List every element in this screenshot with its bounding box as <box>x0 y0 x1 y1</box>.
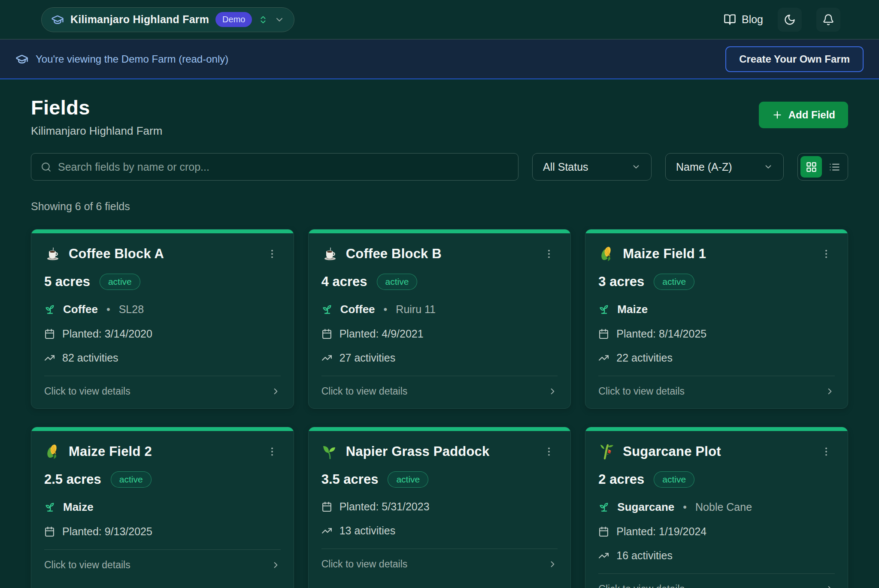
trending-up-icon <box>321 525 332 536</box>
sprout-icon <box>44 501 56 513</box>
card-menu-button[interactable] <box>540 245 558 262</box>
crop-name: Maize <box>617 303 648 316</box>
field-acreage: 3.5 acres <box>321 472 379 487</box>
blog-link[interactable]: Blog <box>724 13 763 26</box>
status-badge: active <box>654 274 694 290</box>
card-menu-button[interactable] <box>264 443 281 460</box>
activities-count: 13 activities <box>339 525 396 537</box>
dot-separator: • <box>384 303 388 316</box>
search-box <box>31 153 518 181</box>
sprout-icon <box>44 304 56 315</box>
planted-date: Planted: 9/13/2025 <box>62 525 152 538</box>
moon-icon <box>784 14 796 26</box>
field-card-maize-field-1[interactable]: Maize Field 1 3 acres active Maize <box>585 229 848 409</box>
field-acreage: 4 acres <box>321 274 367 289</box>
view-details-label: Click to view details <box>321 386 408 397</box>
calendar-icon <box>321 501 332 512</box>
add-field-button[interactable]: Add Field <box>759 102 848 128</box>
trending-up-icon <box>321 353 332 363</box>
card-menu-button[interactable] <box>818 245 835 262</box>
coffee-emoji-icon <box>321 245 339 262</box>
chevron-right-icon <box>825 386 835 396</box>
sprout-icon <box>598 501 610 513</box>
kebab-menu-icon <box>543 446 555 457</box>
planted-date: Planted: 5/31/2023 <box>339 501 430 513</box>
search-icon <box>41 162 52 172</box>
page-title: Fields <box>31 96 162 119</box>
field-card-napier-grass-paddock[interactable]: Napier Grass Paddock 3.5 acres active <box>308 427 571 588</box>
bell-icon <box>822 14 834 26</box>
activities-count: 22 activities <box>616 352 673 364</box>
planted-date: Planted: 4/9/2021 <box>339 328 424 340</box>
card-menu-button[interactable] <box>818 443 835 460</box>
seedling-emoji-icon <box>321 443 339 460</box>
crop-variety: Noble Cane <box>695 501 752 513</box>
calendar-icon <box>598 329 609 339</box>
field-card-sugarcane-plot[interactable]: Sugarcane Plot 2 acres active Sugarc <box>585 427 848 588</box>
activities-count: 16 activities <box>616 549 673 562</box>
graduation-cap-icon <box>51 13 64 26</box>
planted-date: Planted: 8/14/2025 <box>616 328 706 340</box>
calendar-icon <box>44 329 55 339</box>
banner-message: You're viewing the Demo Farm (read-only) <box>36 53 228 65</box>
card-menu-button[interactable] <box>264 245 281 262</box>
results-summary: Showing 6 of 6 fields <box>31 200 848 213</box>
view-toggle <box>797 153 848 181</box>
grid-view-button[interactable] <box>800 156 822 178</box>
field-name: Maize Field 2 <box>69 444 152 459</box>
create-your-own-farm-button[interactable]: Create Your Own Farm <box>725 46 864 72</box>
chevron-down-icon <box>764 162 773 172</box>
card-accent-bar <box>31 229 294 233</box>
field-acreage: 3 acres <box>598 274 644 289</box>
card-menu-button[interactable] <box>540 443 558 460</box>
card-accent-bar <box>585 229 848 233</box>
status-badge: active <box>388 471 428 488</box>
field-name: Sugarcane Plot <box>623 444 721 459</box>
sprout-icon <box>321 304 333 315</box>
farm-selector[interactable]: Kilimanjaro Highland Farm Demo <box>41 7 294 32</box>
farm-name: Kilimanjaro Highland Farm <box>70 13 209 26</box>
field-name: Napier Grass Paddock <box>346 444 490 459</box>
activities-count: 27 activities <box>339 352 396 364</box>
notifications-button[interactable] <box>816 8 840 32</box>
status-badge: active <box>377 274 418 290</box>
chevron-right-icon <box>548 559 558 569</box>
view-details-label: Click to view details <box>598 386 685 397</box>
status-badge: active <box>111 471 152 488</box>
search-input[interactable] <box>58 161 509 173</box>
trending-up-icon <box>598 353 609 363</box>
demo-banner: You're viewing the Demo Farm (read-only)… <box>0 39 879 79</box>
activities-count: 82 activities <box>62 352 118 364</box>
chevron-right-icon <box>271 560 281 570</box>
status-badge: active <box>100 274 140 290</box>
dark-mode-toggle[interactable] <box>778 8 802 32</box>
chevron-right-icon <box>271 386 281 396</box>
plus-icon <box>772 109 783 121</box>
crop-variety: SL28 <box>119 303 144 316</box>
status-filter-value: All Status <box>543 161 588 173</box>
view-details-label: Click to view details <box>44 559 130 571</box>
sort-value: Name (A-Z) <box>676 161 732 173</box>
trending-up-icon <box>598 550 609 561</box>
fields-grid: Coffee Block A 5 acres active Coffee <box>31 229 848 588</box>
crop-name: Coffee <box>63 303 98 316</box>
field-card-coffee-block-a[interactable]: Coffee Block A 5 acres active Coffee <box>31 229 294 409</box>
view-details-label: Click to view details <box>44 386 130 397</box>
field-card-coffee-block-b[interactable]: Coffee Block B 4 acres active Coffee <box>308 229 571 409</box>
dot-separator: • <box>683 501 687 513</box>
calendar-icon <box>321 329 332 339</box>
page-subtitle: Kilimanjaro Highland Farm <box>31 124 162 138</box>
kebab-menu-icon <box>267 446 278 457</box>
field-name: Coffee Block A <box>69 246 164 262</box>
status-filter-select[interactable]: All Status <box>532 153 652 181</box>
top-bar-actions: Blog <box>724 8 840 32</box>
list-view-button[interactable] <box>824 156 845 178</box>
crop-name: Coffee <box>340 303 375 316</box>
card-accent-bar <box>585 427 848 431</box>
top-bar: Kilimanjaro Highland Farm Demo Blog <box>0 0 879 39</box>
sort-select[interactable]: Name (A-Z) <box>665 153 784 181</box>
field-card-maize-field-2[interactable]: Maize Field 2 2.5 acres active Maize <box>31 427 294 588</box>
card-accent-bar <box>31 427 294 431</box>
dot-separator: • <box>106 303 110 316</box>
crop-name: Maize <box>63 501 94 514</box>
